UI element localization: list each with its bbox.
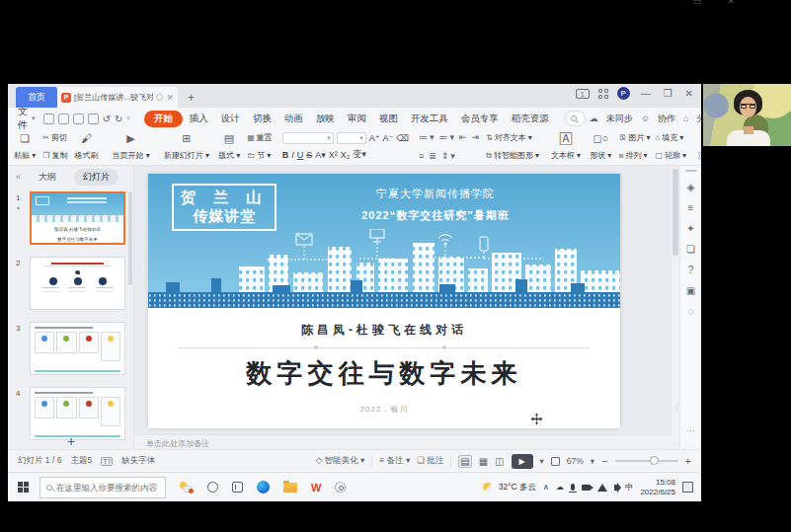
slide-thumbnail-2[interactable]	[30, 257, 125, 310]
ribbon-tab-member[interactable]: 会员专享	[455, 111, 505, 127]
network-icon[interactable]	[597, 484, 607, 492]
slide-footer-text[interactable]: 2022，银川	[148, 404, 620, 415]
reading-view-icon[interactable]: ◫	[495, 456, 504, 467]
rail-more-icon[interactable]: ⋯	[686, 425, 695, 435]
smart-graphic-button[interactable]: ⧉转智能图形 ▾	[486, 150, 539, 161]
slide-thumbnail-3[interactable]	[30, 322, 125, 375]
style-icon[interactable]: ◈	[687, 183, 695, 192]
camera-icon[interactable]	[582, 485, 591, 491]
increase-font-icon[interactable]: A⁺	[369, 133, 380, 143]
task-view-icon[interactable]	[232, 482, 243, 493]
ime-indicator[interactable]: 中	[625, 482, 634, 494]
close-tab-icon[interactable]: ✕	[166, 93, 174, 103]
font-size-select[interactable]: ▾	[337, 132, 366, 144]
clear-format-icon[interactable]: ⌫	[396, 133, 409, 143]
properties-icon[interactable]: ≡	[688, 203, 694, 213]
panel-scrollbar[interactable]	[128, 191, 132, 285]
edge-browser-icon[interactable]	[257, 481, 270, 494]
ribbon-tab-design[interactable]: 设计	[215, 111, 246, 127]
align-center-icon[interactable]: ≣	[429, 151, 438, 161]
play-from-current-button[interactable]: ▶ 当页开始 ▾	[110, 131, 151, 162]
file-menu[interactable]: 文件	[18, 105, 28, 132]
single-tab-view-icon[interactable]: 1	[576, 89, 590, 99]
volume-icon[interactable]	[614, 485, 618, 491]
zoom-slider[interactable]	[615, 460, 678, 462]
minimize-button[interactable]: —	[639, 88, 653, 99]
panel-tab-outline[interactable]: 大纲	[39, 171, 56, 184]
settings-app-icon[interactable]	[335, 482, 346, 493]
italic-button[interactable]: I	[291, 150, 294, 160]
cut-button[interactable]: ✂剪切	[42, 132, 67, 143]
wps-account-avatar[interactable]: P	[617, 87, 630, 100]
cloud-tray-icon[interactable]: ☁	[556, 483, 564, 492]
cortana-icon[interactable]	[207, 482, 218, 493]
ribbon-tab-insert[interactable]: 插入	[184, 111, 214, 127]
action-center-icon[interactable]	[682, 482, 693, 493]
wps-app-icon[interactable]: W	[311, 482, 321, 494]
panel-collapse-icon[interactable]: «	[16, 172, 21, 182]
close-button[interactable]: ✕	[683, 88, 695, 99]
beautify-icon[interactable]: ✦	[686, 224, 694, 234]
clock[interactable]: 15:08 2022/6/25	[640, 478, 675, 497]
zoom-in-button[interactable]: +	[685, 455, 691, 467]
section-button[interactable]: 🗀节 ▾	[247, 150, 273, 161]
slide-main-title[interactable]: 数字交往与数字未来	[148, 356, 620, 391]
slide-1-canvas[interactable]: 贺 兰 山 传媒讲堂 宁夏大学新闻传播学院 2022“数字交往研究”暑期班 陈昌…	[148, 174, 620, 428]
missing-font-label[interactable]: 缺失字体	[121, 455, 155, 467]
command-search-box[interactable]	[565, 111, 586, 126]
indent-increase-icon[interactable]: ⇥	[472, 132, 482, 142]
ribbon-tab-home[interactable]: 开始	[144, 111, 183, 127]
align-text-button[interactable]: ⇅对齐文本 ▾	[486, 132, 539, 143]
quickbar-more-icon[interactable]: ▿	[126, 114, 130, 122]
text-effect-button[interactable]: 变▾	[353, 148, 366, 161]
sorter-view-icon[interactable]: ▦	[479, 456, 488, 467]
settings-icon[interactable]: ◌	[688, 307, 694, 317]
redo-icon[interactable]: ↻	[115, 114, 122, 124]
layers-icon[interactable]: ❏	[686, 245, 695, 255]
file-explorer-icon[interactable]	[283, 483, 297, 493]
normal-view-icon[interactable]: ▤	[458, 455, 471, 468]
sync-status[interactable]: 未同步	[606, 113, 633, 125]
font-name-select[interactable]: ▾	[282, 132, 334, 144]
tab-document[interactable]: P [贺兰山传媒讲...骏飞对话的设想 ✕	[57, 87, 178, 108]
play-options-caret[interactable]: ▾	[540, 456, 544, 466]
image-panel-icon[interactable]: ▣	[686, 286, 695, 296]
fill-button[interactable]: ⌂填充 ▾	[655, 132, 686, 143]
taskbar-search-input[interactable]	[56, 483, 159, 493]
hidden-icons-chevron[interactable]: ∧	[543, 483, 549, 492]
bold-button[interactable]: B	[282, 150, 289, 160]
slideshow-play-button[interactable]: ▶	[512, 454, 533, 469]
tab-grid-icon[interactable]	[598, 89, 608, 99]
ribbon-tab-view[interactable]: 视图	[373, 111, 404, 127]
ribbon-tab-developer[interactable]: 开发工具	[405, 111, 454, 127]
copy-button[interactable]: ❐复制	[42, 150, 67, 161]
paste-button[interactable]: ❏ 粘贴 ▾	[12, 131, 38, 162]
taskbar-search-box[interactable]	[40, 477, 166, 498]
notes-button[interactable]: ≡ 备注 ▾	[379, 455, 410, 467]
format-painter-button[interactable]: 🖌 格式刷	[72, 131, 100, 162]
arrange-button[interactable]: ⧈排列 ▾	[618, 150, 650, 161]
layout-button[interactable]: ▤ 版式 ▾	[216, 131, 242, 162]
notes-placeholder[interactable]: 单击此处添加备注	[134, 434, 672, 449]
beautify-button[interactable]: ◇ 智能美化 ▾	[316, 455, 365, 467]
new-slide-button[interactable]: ⊞ 新建幻灯片 ▾	[162, 131, 211, 162]
align-left-icon[interactable]: ≡	[419, 151, 426, 161]
ribbon-tab-review[interactable]: 审阅	[342, 111, 372, 127]
panel-tab-slides[interactable]: 幻灯片	[74, 169, 119, 186]
bullet-list-icon[interactable]: ≔▾	[419, 132, 436, 142]
strike-button[interactable]: S	[306, 150, 312, 160]
line-spacing-icon[interactable]: ⇕▾	[441, 151, 457, 161]
number-list-icon[interactable]: ≕▾	[439, 132, 457, 142]
font-color-button[interactable]: A▾	[315, 150, 326, 160]
theme-label[interactable]: 主题5	[70, 455, 92, 467]
present-tools-button[interactable]: 🖵 演示工具 ▾	[696, 131, 701, 162]
ribbon-tab-transition[interactable]: 切换	[247, 111, 277, 127]
decrease-font-icon[interactable]: A⁻	[383, 133, 394, 143]
ribbon-tab-docer[interactable]: 稻壳资源	[506, 111, 555, 127]
underline-button[interactable]: U	[297, 150, 304, 160]
slide-thumbnail-1[interactable]: 陈昌凤-杜骏飞在线对话 数字交往与数字未来	[30, 191, 125, 245]
help-icon[interactable]: ?	[688, 266, 694, 275]
undo-icon[interactable]: ↺	[103, 114, 111, 124]
rail-handle[interactable]	[685, 170, 697, 172]
reset-button[interactable]: ▦重置	[247, 132, 273, 143]
